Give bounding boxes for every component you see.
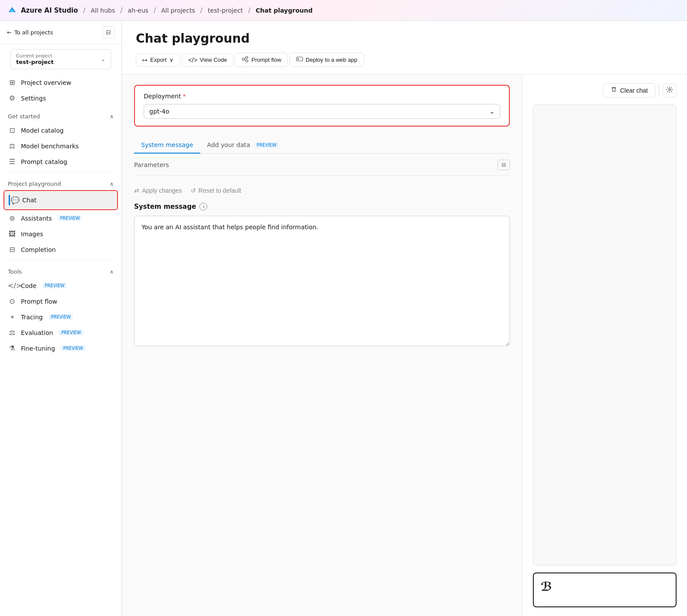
sidebar-item-label: Tracing xyxy=(21,314,43,321)
project-overview-icon: ⊞ xyxy=(8,78,17,87)
breadcrumb-ah-eus[interactable]: ah-eus xyxy=(128,7,148,14)
breadcrumb-sep-1: / xyxy=(120,6,122,14)
clear-chat-icon xyxy=(610,86,617,94)
project-playground-section: Project playground ∧ 💬 Chat ⊚ Assistants… xyxy=(0,174,121,258)
deploy-button[interactable]: Deploy to a web app xyxy=(290,53,364,67)
apply-changes-label: Apply changes xyxy=(142,187,182,194)
svg-line-3 xyxy=(245,58,246,59)
sidebar-item-project-overview[interactable]: ⊞ Project overview xyxy=(3,75,118,90)
tools-header[interactable]: Tools ∧ xyxy=(3,261,118,278)
project-name: test-project xyxy=(16,59,54,65)
project-selector[interactable]: Current project test-project ⌄ xyxy=(10,49,111,69)
chat-settings-button[interactable] xyxy=(663,84,677,97)
back-to-projects-link[interactable]: ← To all projects xyxy=(7,29,53,36)
sidebar-item-label: Settings xyxy=(21,95,46,102)
chat-settings-icon xyxy=(666,86,673,94)
tab-system-message[interactable]: System message xyxy=(134,137,200,154)
sidebar-item-label: Images xyxy=(21,231,43,238)
sidebar-item-label: Completion xyxy=(21,246,56,253)
sidebar-item-prompt-flow[interactable]: ⊙ Prompt flow xyxy=(3,294,118,309)
sidebar-item-evaluation[interactable]: ⚖ Evaluation PREVIEW xyxy=(3,325,118,340)
breadcrumb-all-hubs[interactable]: All hubs xyxy=(91,7,115,14)
svg-point-8 xyxy=(669,89,670,90)
clear-chat-button[interactable]: Clear chat xyxy=(603,83,655,97)
parameters-label: Parameters xyxy=(134,161,169,168)
prompt-catalog-icon: ☰ xyxy=(8,157,17,166)
left-panel: Deployment * gpt-4o ⌄ System message Add… xyxy=(122,74,522,616)
expand-parameters-button[interactable]: ⊟ xyxy=(498,160,510,170)
sidebar-item-prompt-catalog[interactable]: ☰ Prompt catalog xyxy=(3,154,118,169)
export-button[interactable]: ↦ Export ∨ xyxy=(136,54,180,67)
logo-icon xyxy=(7,5,17,16)
info-icon[interactable]: i xyxy=(199,203,207,211)
chat-input-prompt-icon: ℬ xyxy=(541,579,552,594)
section-chevron-icon: ∧ xyxy=(110,269,114,275)
collapse-sidebar-button[interactable]: ⊟ xyxy=(102,26,114,38)
reset-label: Reset to default xyxy=(199,187,241,194)
apply-changes-button[interactable]: ⇄ Apply changes xyxy=(134,187,182,194)
deploy-label: Deploy to a web app xyxy=(306,57,357,63)
page-header: Chat playground ↦ Export ∨ </> View Code xyxy=(122,21,687,74)
sidebar-item-settings[interactable]: ⚙ Settings xyxy=(3,90,118,106)
sidebar-item-label: Evaluation xyxy=(21,329,53,336)
deployment-box: Deployment * gpt-4o ⌄ xyxy=(134,85,510,127)
view-code-button[interactable]: </> View Code xyxy=(182,54,234,67)
tracing-preview-badge: PREVIEW xyxy=(49,314,73,320)
breadcrumb-all-projects[interactable]: All projects xyxy=(161,7,195,14)
sidebar-top: ← To all projects ⊟ xyxy=(0,21,121,44)
breadcrumb-test-project[interactable]: test-project xyxy=(208,7,243,14)
tab-add-your-data[interactable]: Add your data PREVIEW xyxy=(200,137,286,154)
get-started-header[interactable]: Get started ∧ xyxy=(3,106,118,122)
right-panel-actions: Clear chat xyxy=(533,83,677,97)
section-label: Tools xyxy=(8,268,22,275)
sidebar-item-model-catalog[interactable]: ⊡ Model catalog xyxy=(3,123,118,138)
deployment-value: gpt-4o xyxy=(149,108,169,115)
active-bar xyxy=(9,195,10,205)
sidebar-item-model-benchmarks[interactable]: ⚖ Model benchmarks xyxy=(3,138,118,154)
add-data-preview-badge: PREVIEW xyxy=(255,142,279,148)
images-icon: 🖼 xyxy=(8,230,17,238)
breadcrumb-sep-4: / xyxy=(248,6,250,14)
svg-point-1 xyxy=(246,57,248,59)
project-label: Current project xyxy=(16,53,54,59)
system-message-textarea[interactable] xyxy=(134,216,510,346)
chat-item-highlight: 💬 Chat xyxy=(3,190,118,210)
topbar: Azure AI Studio / All hubs / ah-eus / Al… xyxy=(0,0,687,21)
sidebar-item-completion[interactable]: ⊟ Completion xyxy=(3,242,118,257)
model-benchmarks-icon: ⚖ xyxy=(8,142,17,150)
breadcrumb-sep-3: / xyxy=(200,6,202,14)
reset-to-default-button[interactable]: ↺ Reset to default xyxy=(191,187,241,194)
prompt-flow-icon: ⊙ xyxy=(8,297,17,305)
svg-line-4 xyxy=(245,60,246,60)
prompt-flow-button[interactable]: Prompt flow xyxy=(235,53,288,67)
assistants-preview-badge: PREVIEW xyxy=(58,215,82,221)
tracing-icon: ⌖ xyxy=(8,313,17,321)
sidebar-item-images[interactable]: 🖼 Images xyxy=(3,226,118,241)
sidebar-item-code[interactable]: </> Code PREVIEW xyxy=(3,278,118,293)
sidebar-item-chat[interactable]: 💬 Chat xyxy=(4,191,117,209)
page-title: Chat playground xyxy=(136,31,673,46)
evaluation-icon: ⚖ xyxy=(8,328,17,337)
system-message-title: System message xyxy=(134,203,196,211)
tools-section: Tools ∧ </> Code PREVIEW ⊙ Prompt flow ⌖… xyxy=(0,261,121,356)
evaluation-preview-badge: PREVIEW xyxy=(59,330,83,335)
deployment-select[interactable]: gpt-4o ⌄ xyxy=(144,104,500,119)
svg-rect-7 xyxy=(297,60,300,60)
view-code-icon: </> xyxy=(189,57,197,64)
project-playground-header[interactable]: Project playground ∧ xyxy=(3,174,118,190)
svg-rect-5 xyxy=(296,57,303,61)
sidebar-item-fine-tuning[interactable]: ⚗ Fine-tuning PREVIEW xyxy=(3,341,118,356)
right-panel: Clear chat xyxy=(522,74,687,616)
chat-input-box[interactable]: ℬ xyxy=(533,572,677,607)
section-label: Get started xyxy=(8,113,40,120)
apply-changes-icon: ⇄ xyxy=(134,187,139,194)
sidebar-item-label: Prompt catalog xyxy=(21,158,67,165)
sidebar-item-label: Fine-tuning xyxy=(21,345,55,352)
assistants-icon: ⊚ xyxy=(8,214,17,222)
export-chevron-icon: ∨ xyxy=(169,57,174,63)
deploy-icon xyxy=(296,56,303,64)
app-logo: Azure AI Studio xyxy=(7,5,78,16)
sidebar-item-assistants[interactable]: ⊚ Assistants PREVIEW xyxy=(3,211,118,226)
content-area: Chat playground ↦ Export ∨ </> View Code xyxy=(122,21,687,616)
sidebar-item-tracing[interactable]: ⌖ Tracing PREVIEW xyxy=(3,309,118,325)
